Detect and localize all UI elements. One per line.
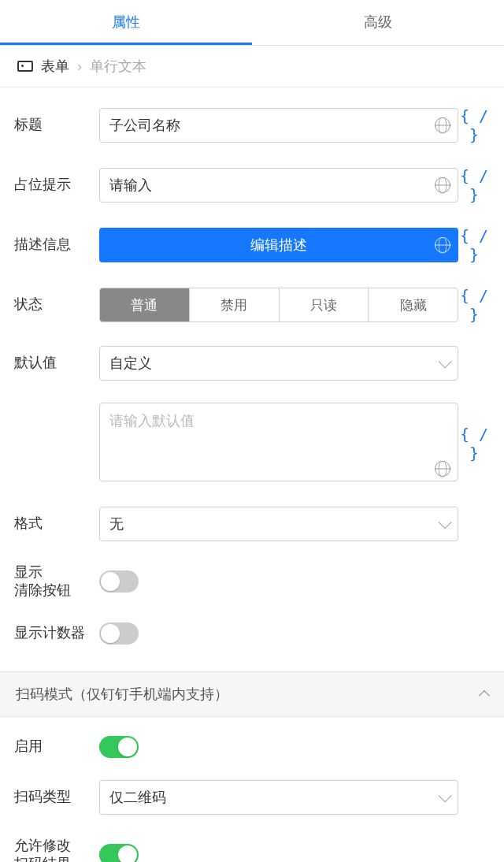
label-format: 格式	[14, 515, 99, 533]
expression-button[interactable]: { / }	[458, 425, 490, 463]
allow-edit-switch[interactable]	[99, 844, 139, 862]
label-scan-type: 扫码类型	[14, 788, 99, 806]
expression-button[interactable]: { / }	[458, 166, 490, 204]
status-readonly[interactable]: 只读	[279, 288, 369, 321]
chevron-right-icon: ›	[77, 58, 82, 75]
enable-switch[interactable]	[99, 736, 139, 758]
status-hidden[interactable]: 隐藏	[368, 288, 458, 321]
expression-button[interactable]: { / }	[458, 106, 490, 144]
crumb-current: 单行文本	[90, 57, 146, 76]
crumb-form[interactable]: 表单	[41, 57, 69, 76]
label-enable: 启用	[14, 738, 99, 756]
format-select[interactable]: 无	[99, 507, 458, 541]
label-title: 标题	[14, 116, 99, 134]
expression-button[interactable]: { / }	[458, 226, 490, 264]
expression-button[interactable]: { / }	[458, 286, 490, 324]
status-normal[interactable]: 普通	[100, 288, 189, 321]
title-input[interactable]	[99, 108, 458, 143]
placeholder-input[interactable]	[99, 168, 458, 202]
default-value-textarea[interactable]	[99, 403, 458, 481]
show-counter-switch[interactable]	[99, 622, 139, 645]
globe-icon[interactable]	[435, 117, 450, 133]
chevron-up-icon	[479, 690, 490, 701]
label-allow-edit: 允许修改 扫码结果	[14, 837, 99, 862]
breadcrumb: 表单 › 单行文本	[0, 46, 504, 87]
globe-icon[interactable]	[435, 237, 450, 253]
label-status: 状态	[14, 295, 99, 314]
form-icon	[17, 61, 33, 72]
globe-icon[interactable]	[435, 177, 450, 193]
label-show-counter: 显示计数器	[14, 624, 99, 642]
tab-attributes[interactable]: 属性	[0, 0, 252, 45]
chevron-down-icon	[439, 355, 452, 368]
show-clear-switch[interactable]	[99, 570, 139, 593]
label-show-clear: 显示 清除按钮	[14, 563, 99, 600]
section-scan-mode[interactable]: 扫码模式（仅钉钉手机端内支持）	[0, 671, 504, 717]
default-select[interactable]: 自定义	[99, 346, 458, 381]
scan-type-select[interactable]: 仅二维码	[99, 780, 458, 815]
chevron-down-icon	[439, 515, 452, 529]
globe-icon[interactable]	[435, 461, 450, 477]
chevron-down-icon	[439, 789, 452, 802]
label-default: 默认值	[14, 354, 99, 372]
status-segmented: 普通 禁用 只读 隐藏	[99, 288, 458, 322]
label-description: 描述信息	[14, 236, 99, 254]
status-disabled[interactable]: 禁用	[189, 288, 279, 321]
edit-description-button[interactable]: 编辑描述	[99, 228, 458, 262]
label-placeholder: 占位提示	[14, 176, 99, 194]
tab-advanced[interactable]: 高级	[252, 0, 504, 45]
